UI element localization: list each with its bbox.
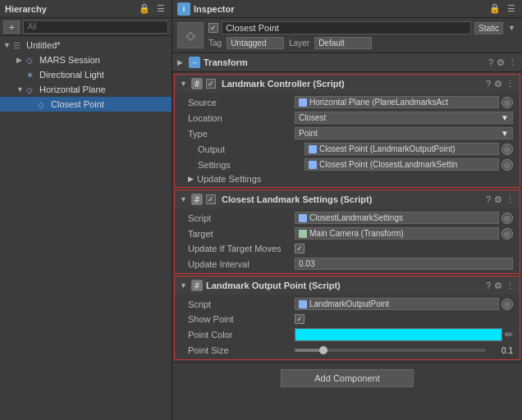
transform-settings-icon[interactable]: ⚙ — [497, 57, 505, 68]
closest-landmark-settings-header[interactable]: ▼ # Closest Landmark Settings (Script) ?… — [175, 190, 520, 208]
tree-item-horizontal-plane[interactable]: ▼ ◇ Horizontal Plane — [0, 82, 172, 97]
tree-label-mars: MARS Session — [39, 55, 100, 65]
hierarchy-search-input[interactable] — [23, 21, 168, 34]
inspector-header-icons: 🔒 ☰ — [488, 2, 517, 15]
static-dropdown-icon[interactable]: ▼ — [506, 23, 517, 33]
color-picker-icon[interactable]: ✏ — [505, 329, 513, 340]
transform-actions: ? ⚙ ⋮ — [488, 57, 517, 68]
tree-item-untitled[interactable]: ▼ ☰ Untitled* — [0, 38, 172, 52]
slider-thumb — [319, 346, 327, 354]
point-size-slider[interactable] — [295, 349, 486, 352]
tree-arrow-mars: ▶ — [16, 56, 26, 64]
lop-settings-icon[interactable]: ⚙ — [494, 281, 502, 291]
output-ref[interactable]: Closest Point (LandmarkOutputPoint) — [304, 143, 499, 155]
layer-dropdown[interactable]: Default — [314, 37, 372, 49]
source-picker-icon[interactable]: ◎ — [501, 97, 513, 108]
cls-update-moves-label: Update If Target Moves — [188, 244, 295, 253]
cls-interval-input[interactable] — [295, 258, 513, 270]
scene-icon: ☰ — [13, 41, 25, 50]
cls-active-checkbox[interactable] — [206, 194, 216, 204]
location-dropdown-text: Closest — [299, 113, 326, 122]
tree-item-mars-session[interactable]: ▶ ◇ MARS Session — [0, 52, 172, 67]
cls-title: Closest Landmark Settings (Script) — [222, 194, 483, 204]
closest-landmark-settings-component: ▼ # Closest Landmark Settings (Script) ?… — [174, 189, 520, 274]
inspector-menu-icon[interactable]: ☰ — [506, 2, 517, 15]
type-dropdown-arrow: ▼ — [501, 129, 509, 138]
hierarchy-add-button[interactable]: + — [3, 21, 20, 34]
cls-update-moves-checkbox[interactable] — [295, 244, 304, 253]
source-field-row: Source Horizontal Plane (PlaneLandmarksA… — [175, 94, 520, 110]
output-picker-icon[interactable]: ◎ — [501, 144, 513, 155]
lop-script-label: Script — [188, 299, 295, 309]
type-field-row: Type Point ▼ — [175, 126, 520, 141]
go-icon-hplane: ◇ — [26, 85, 38, 94]
slider-track — [295, 349, 486, 352]
show-point-label: Show Point — [188, 314, 295, 324]
cls-help-icon[interactable]: ? — [486, 194, 491, 204]
cls-interval-row: Update Interval — [175, 256, 520, 272]
settings-picker-icon[interactable]: ◎ — [501, 159, 513, 171]
hierarchy-panel: Hierarchy 🔒 ☰ + ▼ ☰ Untitled* ▶ ◇ MARS S… — [0, 0, 172, 420]
landmark-controller-menu-icon[interactable]: ⋮ — [506, 79, 515, 89]
cls-hash-icon: # — [191, 194, 203, 205]
lop-script-picker-icon[interactable]: ◎ — [501, 299, 513, 310]
cls-target-row: Target Main Camera (Transform) ◎ — [175, 226, 520, 241]
hierarchy-header: Hierarchy 🔒 ☰ — [0, 0, 172, 18]
inspector-scroll-area[interactable]: ▶ ↔ Transform ? ⚙ ⋮ ▼ # Landmark Control… — [172, 53, 522, 420]
source-ref[interactable]: Horizontal Plane (PlaneLandmarksAct — [295, 96, 499, 108]
lop-help-icon[interactable]: ? — [486, 281, 491, 290]
tag-dropdown[interactable]: Untagged — [227, 37, 284, 49]
settings-ref[interactable]: Closest Point (ClosestLandmarkSettin — [304, 158, 499, 171]
landmark-controller-arrow-icon: ▼ — [180, 80, 188, 88]
tag-layer-row: Tag Untagged Layer Default — [208, 37, 517, 49]
object-name-input[interactable] — [222, 21, 471, 34]
landmark-controller-header[interactable]: ▼ # Landmark Controller (Script) ? ⚙ ⋮ — [175, 75, 520, 93]
tree-label-dirlight: Directional Light — [39, 70, 104, 80]
location-dropdown-arrow: ▼ — [501, 113, 509, 122]
hierarchy-menu-icon[interactable]: ☰ — [155, 2, 167, 15]
lop-menu-icon[interactable]: ⋮ — [506, 281, 515, 291]
transform-icon: ↔ — [189, 57, 200, 68]
transform-title: Transform — [204, 57, 485, 67]
transform-menu-icon[interactable]: ⋮ — [508, 57, 517, 68]
tree-label-hplane: Horizontal Plane — [39, 84, 106, 94]
landmark-controller-active-checkbox[interactable] — [206, 79, 216, 89]
cls-settings-icon[interactable]: ⚙ — [494, 194, 502, 205]
object-name-row: Static ▼ — [208, 21, 517, 34]
cls-target-picker-icon[interactable]: ◎ — [501, 228, 513, 240]
landmark-controller-settings-icon[interactable]: ⚙ — [494, 79, 502, 89]
cls-target-ref[interactable]: Main Camera (Transform) — [295, 227, 499, 240]
inspector-lock-icon[interactable]: 🔒 — [488, 2, 502, 15]
point-color-label: Point Color — [188, 330, 295, 340]
transform-help-icon[interactable]: ? — [488, 57, 493, 67]
cls-script-picker-icon[interactable]: ◎ — [501, 212, 513, 224]
location-dropdown[interactable]: Closest ▼ — [295, 112, 513, 124]
cls-script-ref[interactable]: ClosestLandmarkSettings — [295, 212, 499, 224]
type-dropdown-text: Point — [299, 129, 318, 138]
go-icon-closest: ◇ — [38, 100, 49, 109]
hierarchy-lock-icon[interactable]: 🔒 — [137, 2, 152, 15]
add-component-button[interactable]: Add Component — [281, 369, 414, 387]
layer-label: Layer — [289, 39, 309, 48]
transform-header[interactable]: ▶ ↔ Transform ? ⚙ ⋮ — [172, 53, 522, 71]
update-settings-row[interactable]: ▶ Update Settings — [175, 172, 520, 185]
tree-item-directional-light[interactable]: ▶ ☀ Directional Light — [0, 67, 172, 82]
landmark-controller-help-icon[interactable]: ? — [486, 79, 491, 89]
object-active-checkbox[interactable] — [208, 23, 218, 33]
cls-menu-icon[interactable]: ⋮ — [506, 194, 515, 205]
cls-target-ref-text: Main Camera (Transform) — [309, 229, 404, 238]
type-dropdown[interactable]: Point ▼ — [295, 127, 513, 139]
point-color-swatch[interactable] — [295, 328, 502, 341]
lop-script-ref[interactable]: LandmarkOutputPoint — [295, 298, 499, 310]
tree-arrow-hplane: ▼ — [16, 85, 26, 94]
lop-script-row: Script LandmarkOutputPoint ◎ — [175, 296, 520, 312]
settings-label: Settings — [198, 160, 304, 170]
static-badge[interactable]: Static — [474, 22, 503, 34]
tree-item-closest-point[interactable]: ▶ ◇ Closest Point — [0, 97, 172, 112]
cls-script-row: Script ClosestLandmarkSettings ◎ — [175, 210, 520, 226]
show-point-value — [295, 314, 513, 324]
type-label: Type — [188, 129, 295, 139]
lop-header[interactable]: ▼ # Landmark Output Point (Script) ? ⚙ ⋮ — [175, 276, 520, 294]
show-point-checkbox[interactable] — [295, 314, 304, 324]
cls-interval-value — [295, 258, 513, 270]
